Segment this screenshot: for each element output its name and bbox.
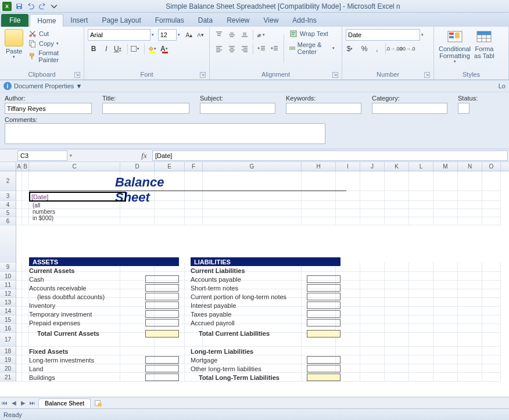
format-as-table-button[interactable]: Forma as Tabl	[473, 28, 496, 70]
row-header[interactable]: 11	[0, 281, 16, 289]
fill-color-button[interactable]: ▾	[147, 43, 159, 55]
align-top-icon[interactable]	[213, 29, 225, 41]
row-header[interactable]: 19	[0, 356, 16, 364]
copy-button[interactable]: Copy▾	[27, 39, 80, 48]
keywords-input[interactable]	[286, 103, 361, 114]
col-header[interactable]: A	[16, 162, 22, 171]
clipboard-launcher-icon[interactable]: ⇲	[74, 72, 80, 78]
row-header[interactable]: 17	[0, 333, 16, 347]
align-right-icon[interactable]	[239, 43, 250, 55]
value-box[interactable]	[307, 284, 340, 292]
paste-button[interactable]: Paste ▾	[3, 28, 24, 70]
border-button[interactable]: ▾	[130, 43, 142, 55]
total-box[interactable]	[145, 330, 179, 338]
value-box[interactable]	[145, 275, 179, 283]
author-input[interactable]	[5, 103, 92, 114]
category-input[interactable]	[372, 103, 447, 114]
font-launcher-icon[interactable]: ⇲	[200, 72, 206, 78]
status-input[interactable]	[458, 103, 469, 114]
new-sheet-icon[interactable]	[94, 399, 102, 407]
row-header[interactable]: 18	[0, 347, 16, 356]
row-header[interactable]: 3	[0, 191, 16, 201]
formula-bar[interactable]	[152, 150, 508, 161]
font-size-select[interactable]	[158, 29, 177, 41]
col-header[interactable]: F	[185, 162, 203, 171]
col-header[interactable]: C	[29, 162, 120, 171]
col-header[interactable]: O	[482, 162, 501, 171]
select-all-corner[interactable]	[0, 162, 16, 171]
date-cell-value[interactable]: [Date]	[31, 193, 48, 200]
comments-input[interactable]	[5, 123, 325, 144]
percent-format-icon[interactable]: %	[359, 43, 370, 55]
col-header[interactable]: H	[302, 162, 336, 171]
tab-home[interactable]: Home	[30, 14, 63, 27]
spreadsheet-grid[interactable]: A B C D E F G H I J K L M N O 2345691011…	[0, 162, 509, 383]
row-header[interactable]: 10	[0, 272, 16, 281]
value-box[interactable]	[307, 275, 340, 283]
row-header[interactable]: 9	[0, 263, 16, 272]
underline-button[interactable]: U▾	[113, 43, 125, 55]
value-box[interactable]	[145, 293, 179, 300]
conditional-formatting-button[interactable]: Conditional Formatting▾	[438, 28, 472, 70]
row-header[interactable]: 2	[0, 171, 16, 191]
number-format-select[interactable]	[346, 29, 420, 41]
tab-data[interactable]: Data	[191, 14, 220, 27]
redo-icon[interactable]	[37, 1, 48, 12]
col-header[interactable]: E	[155, 162, 185, 171]
wrap-text-button[interactable]: Wrap Text	[288, 29, 338, 38]
value-box[interactable]	[145, 356, 179, 364]
tab-nav-last-icon[interactable]: ⏭	[28, 399, 37, 408]
cut-button[interactable]: Cut	[27, 29, 80, 38]
col-header[interactable]: M	[433, 162, 458, 171]
total-box[interactable]	[307, 374, 340, 381]
row-header[interactable]: 4	[0, 201, 16, 209]
subject-input[interactable]	[200, 103, 275, 114]
tab-insert[interactable]: Insert	[63, 14, 95, 27]
increase-font-icon[interactable]: A▴	[184, 29, 195, 41]
sheet-tab-balance-sheet[interactable]: Balance Sheet	[38, 399, 91, 408]
value-box[interactable]	[145, 374, 179, 381]
align-bottom-icon[interactable]	[239, 29, 250, 41]
alignment-launcher-icon[interactable]: ⇲	[332, 72, 338, 78]
merge-center-button[interactable]: Merge & Center▾	[288, 41, 338, 56]
col-header[interactable]: L	[409, 162, 433, 171]
row-header[interactable]: 12	[0, 289, 16, 298]
align-left-icon[interactable]	[213, 43, 225, 55]
qat-customize-icon[interactable]	[49, 1, 59, 12]
value-box[interactable]	[145, 319, 179, 326]
comma-format-icon[interactable]: ,	[371, 43, 383, 55]
row-header[interactable]: 14	[0, 307, 16, 315]
font-color-button[interactable]: A▾	[160, 43, 171, 55]
tab-file[interactable]: File	[1, 14, 28, 27]
row-header[interactable]: 16	[0, 324, 16, 333]
tab-nav-first-icon[interactable]: ⏮	[0, 399, 9, 408]
value-box[interactable]	[307, 365, 340, 372]
align-middle-icon[interactable]	[226, 29, 238, 41]
value-box[interactable]	[307, 356, 340, 364]
decrease-decimal-icon[interactable]: .00→.0	[401, 43, 413, 55]
col-header[interactable]: K	[385, 162, 409, 171]
tab-page-layout[interactable]: Page Layout	[95, 14, 148, 27]
name-box[interactable]	[17, 150, 67, 161]
value-box[interactable]	[307, 293, 340, 300]
value-box[interactable]	[145, 301, 179, 309]
row-header[interactable]: 6	[0, 217, 16, 225]
namebox-dropdown-icon[interactable]: ▾	[70, 153, 76, 158]
col-header[interactable]: D	[120, 162, 155, 171]
col-header[interactable]: B	[22, 162, 29, 171]
tab-view[interactable]: View	[257, 14, 286, 27]
fx-icon[interactable]: fx	[139, 151, 149, 160]
col-header[interactable]: I	[336, 162, 360, 171]
tab-nav-prev-icon[interactable]: ◀	[9, 399, 19, 408]
value-box[interactable]	[307, 319, 340, 326]
undo-icon[interactable]	[26, 1, 36, 12]
tab-nav-next-icon[interactable]: ▶	[19, 399, 28, 408]
number-launcher-icon[interactable]: ⇲	[424, 72, 430, 78]
decrease-font-icon[interactable]: A▾	[195, 29, 206, 41]
title-input[interactable]	[102, 103, 189, 114]
decrease-indent-icon[interactable]	[256, 43, 267, 55]
tab-formulas[interactable]: Formulas	[148, 14, 191, 27]
value-box[interactable]	[145, 365, 179, 372]
row-header[interactable]: 5	[0, 209, 16, 217]
row-header[interactable]: 20	[0, 364, 16, 373]
